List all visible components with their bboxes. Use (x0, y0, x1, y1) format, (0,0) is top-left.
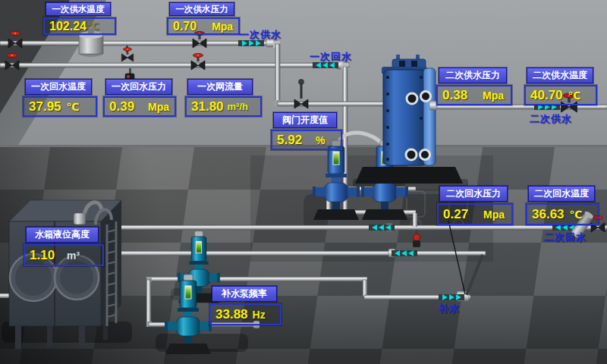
panel-label: 一次网流量 (187, 79, 253, 95)
pipe-label-makeup-water: 补水 (439, 302, 460, 315)
pipe-label-primary-return: 一次回水 (310, 50, 352, 64)
panel-value: 31.80m³/h (185, 96, 262, 117)
panel-value: 0.38Mpa (436, 85, 512, 105)
hmi-heating-station-screen: 一次供水温度 102.24℃ 一次供水压力 0.70Mpa 一次回水温度 37.… (0, 0, 607, 364)
panel-primary-supply-pressure: 一次供水压力 0.70Mpa (167, 2, 240, 35)
flow-arrow-left-icon (369, 224, 395, 231)
pipe-label-secondary-return: 二次回水 (544, 231, 587, 244)
flow-arrow-right-icon (439, 294, 464, 300)
panel-value: 40.70℃ (524, 85, 597, 105)
plant-3d-scene (0, 0, 607, 364)
panel-label: 一次供水温度 (46, 2, 111, 16)
panel-value: 0.70Mpa (167, 17, 240, 35)
panel-label: 阀门开度值 (273, 112, 337, 128)
panel-value: 36.63℃ (526, 203, 599, 225)
panel-label: 二次供水温度 (527, 67, 593, 83)
panel-label: 补水泵频率 (212, 286, 277, 302)
pipe-label-secondary-supply: 二次供水 (530, 112, 572, 126)
pipe-label-primary-supply: 一次供水 (239, 28, 281, 42)
panel-value: 0.27Mpa (437, 203, 513, 225)
panel-makeup-pump-frequency: 补水泵频率 33.88Hz (209, 286, 281, 325)
flow-arrow-left-icon (392, 250, 417, 256)
panel-value: 102.24℃ (43, 17, 116, 35)
panel-label: 一次供水压力 (169, 2, 234, 16)
panel-value: 0.39Mpa (103, 96, 176, 117)
panel-value: 33.88Hz (209, 303, 281, 325)
panel-secondary-supply-pressure: 二次供水压力 0.38Mpa (436, 67, 512, 105)
panel-secondary-supply-temp: 二次供水温度 40.70℃ (524, 67, 597, 105)
panel-value: 5.92% (271, 130, 342, 150)
panel-secondary-return-temp: 二次回水温度 36.63℃ (526, 186, 599, 225)
panel-primary-supply-temp: 一次供水温度 102.24℃ (43, 2, 116, 35)
panel-primary-return-temp: 一次回水温度 37.95℃ (23, 79, 97, 117)
panel-primary-network-flow: 一次网流量 31.80m³/h (185, 79, 262, 117)
panel-value: 37.95℃ (23, 96, 97, 117)
control-valve[interactable] (294, 80, 308, 109)
panel-label: 一次回水温度 (25, 79, 92, 95)
panel-label: 二次回水压力 (439, 186, 508, 202)
panel-secondary-return-pressure: 二次回水压力 0.27Mpa (437, 186, 513, 225)
exchanger-port (407, 93, 417, 104)
panel-valve-opening: 阀门开度值 5.92% (271, 112, 342, 150)
panel-label: 二次回水温度 (528, 186, 595, 202)
bleed-valve[interactable] (121, 46, 133, 61)
panel-primary-return-pressure: 一次回水压力 0.39Mpa (103, 79, 176, 117)
panel-label: 二次供水压力 (439, 67, 507, 83)
panel-label: 一次回水压力 (105, 79, 172, 95)
panel-label: 水箱液位高度 (26, 227, 99, 243)
panel-tank-level: 水箱液位高度 1.10m³ (24, 227, 104, 266)
panel-value: 1.10m³ (24, 244, 104, 266)
